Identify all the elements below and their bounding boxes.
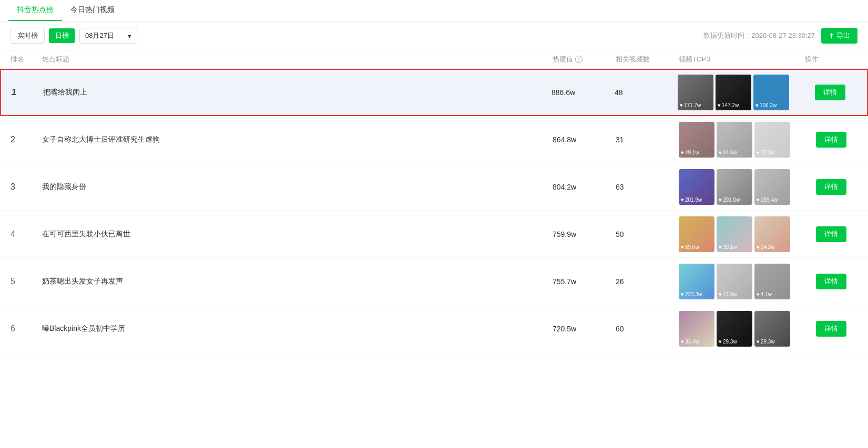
realtime-button[interactable]: 实时榜 — [11, 28, 45, 44]
video-thumb[interactable]: ♥ 30.3w — [754, 122, 790, 158]
like-count: ♥ 49.1w — [681, 150, 699, 155]
like-count: ♥ 189.4w — [757, 197, 778, 203]
video-thumb[interactable]: ♥ 201.9w — [679, 169, 714, 205]
video-thumb[interactable]: ♥ 223.3w — [679, 264, 714, 299]
related-cell: 48 — [615, 88, 678, 97]
heart-icon: ♥ — [680, 102, 683, 108]
rank-cell: 3 — [11, 182, 42, 192]
like-count: ♥ 106.2w — [755, 102, 777, 108]
related-cell: 50 — [616, 230, 679, 238]
like-count: ♥ 30.3w — [757, 150, 775, 155]
like-count: ♥ 4.1w — [757, 291, 772, 297]
title-cell: 奶茶嗯出头发女子再发声 — [42, 277, 553, 286]
like-count: ♥ 171.7w — [680, 102, 701, 108]
toolbar-right: 数据更新时间：2020-08-27 23:30:27 ⬆ 导出 — [703, 28, 857, 44]
title-cell: 女子自称北大博士后评准研究生虐狗 — [42, 135, 553, 144]
video-thumb[interactable]: ♥ 171.7w — [678, 75, 713, 110]
video-thumb[interactable]: ♥ 201.0w — [717, 169, 752, 205]
like-count: ♥ 147.2w — [718, 102, 739, 108]
video-thumb[interactable]: ♥ 29.3w — [717, 311, 752, 347]
header-heat: 热度值 i — [553, 55, 616, 64]
like-count: ♥ 39.1w — [719, 244, 737, 250]
rank-cell: 4 — [11, 230, 42, 239]
heart-icon: ♥ — [681, 339, 684, 345]
table-body: 1把嘴给我闭上886.6w48♥ 171.7w♥ 147.2w♥ 106.2w详… — [0, 69, 868, 352]
video-tops-cell: ♥ 69.0w♥ 39.1w♥ 24.2w — [679, 216, 805, 252]
detail-button[interactable]: 详情 — [816, 321, 846, 337]
detail-button[interactable]: 详情 — [816, 274, 846, 289]
video-thumb[interactable]: ♥ 106.2w — [753, 75, 789, 110]
like-count: ♥ 69.0w — [681, 244, 699, 250]
date-selector[interactable]: 08月27日 — [79, 28, 137, 44]
video-thumb[interactable]: ♥ 44.6w — [717, 122, 752, 158]
like-count: ♥ 29.3w — [757, 339, 775, 345]
heat-cell: 804.2w — [553, 183, 616, 191]
heart-icon: ♥ — [681, 150, 684, 155]
like-count: ♥ 223.3w — [681, 291, 702, 297]
export-label: 导出 — [836, 31, 850, 40]
heart-icon: ♥ — [757, 244, 760, 250]
heart-icon: ♥ — [681, 197, 684, 203]
app-container: 抖音热点榜 今日热门视频 实时榜 日榜 08月27日 数据更新时间：2020-0… — [0, 0, 868, 448]
table-row: 5奶茶嗯出头发女子再发声755.7w26♥ 223.3w♥ 17.8w♥ 4.1… — [0, 258, 868, 305]
video-thumb[interactable]: ♥ 39.1w — [717, 216, 752, 252]
toolbar-left: 实时榜 日榜 08月27日 — [11, 28, 137, 44]
heart-icon: ♥ — [719, 197, 722, 203]
related-cell: 26 — [616, 277, 679, 286]
daily-button[interactable]: 日榜 — [49, 28, 75, 43]
detail-button[interactable]: 详情 — [816, 179, 846, 195]
video-thumb[interactable]: ♥ 33.4w — [679, 311, 714, 347]
like-count: ♥ 33.4w — [681, 339, 699, 345]
heat-info-icon[interactable]: i — [575, 56, 583, 63]
like-count: ♥ 24.2w — [757, 244, 775, 250]
heat-cell: 720.5w — [553, 325, 616, 333]
video-thumb[interactable]: ♥ 147.2w — [716, 75, 751, 110]
video-thumb[interactable]: ♥ 29.3w — [754, 311, 790, 347]
related-cell: 31 — [616, 136, 679, 144]
video-tops-cell: ♥ 49.1w♥ 44.6w♥ 30.3w — [679, 122, 805, 158]
table-header: 排名 热点标题 热度值 i 相关视频数 视频TOP3 操作 — [0, 50, 868, 69]
title-cell: 把嘴给我闭上 — [43, 88, 552, 97]
top-tabs: 抖音热点榜 今日热门视频 — [0, 0, 868, 22]
video-tops-cell: ♥ 223.3w♥ 17.8w♥ 4.1w — [679, 264, 805, 299]
video-thumb[interactable]: ♥ 69.0w — [679, 216, 714, 252]
action-cell: 详情 — [805, 274, 857, 289]
header-rank: 排名 — [11, 55, 42, 64]
detail-button[interactable]: 详情 — [816, 226, 846, 242]
heart-icon: ♥ — [757, 150, 760, 155]
video-thumb[interactable]: ♥ 17.8w — [717, 264, 752, 299]
video-thumb[interactable]: ♥ 4.1w — [754, 264, 790, 299]
rank-cell: 2 — [11, 135, 42, 144]
heart-icon: ♥ — [719, 150, 722, 155]
video-thumb[interactable]: ♥ 49.1w — [679, 122, 714, 158]
table-row: 6曝Blackpink全员初中学历720.5w60♥ 33.4w♥ 29.3w♥… — [0, 305, 868, 352]
rank-cell: 5 — [11, 277, 42, 286]
like-count: ♥ 201.0w — [719, 197, 740, 203]
detail-button[interactable]: 详情 — [815, 85, 845, 100]
tab-hot[interactable]: 抖音热点榜 — [8, 0, 62, 21]
toolbar: 实时榜 日榜 08月27日 数据更新时间：2020-08-27 23:30:27… — [0, 22, 868, 50]
video-thumb[interactable]: ♥ 24.2w — [754, 216, 790, 252]
tab-today[interactable]: 今日热门视频 — [62, 0, 123, 21]
like-count: ♥ 17.8w — [719, 291, 737, 297]
title-cell: 在可可西里失联小伙已离世 — [42, 230, 553, 239]
like-count: ♥ 201.9w — [681, 197, 702, 203]
video-thumb[interactable]: ♥ 189.4w — [754, 169, 790, 205]
export-button[interactable]: ⬆ 导出 — [821, 28, 857, 44]
header-action: 操作 — [805, 55, 857, 64]
heat-cell: 886.6w — [552, 88, 615, 97]
title-cell: 曝Blackpink全员初中学历 — [42, 324, 553, 334]
action-cell: 详情 — [805, 179, 857, 195]
export-icon: ⬆ — [829, 32, 834, 40]
related-cell: 60 — [616, 325, 679, 333]
heart-icon: ♥ — [681, 291, 684, 297]
like-count: ♥ 44.6w — [719, 150, 737, 155]
detail-button[interactable]: 详情 — [816, 132, 846, 148]
heart-icon: ♥ — [718, 102, 721, 108]
heat-cell: 864.8w — [553, 136, 616, 144]
action-cell: 详情 — [805, 226, 857, 242]
action-cell: 详情 — [805, 132, 857, 148]
heart-icon: ♥ — [719, 291, 722, 297]
heart-icon: ♥ — [757, 291, 760, 297]
action-cell: 详情 — [804, 85, 856, 100]
